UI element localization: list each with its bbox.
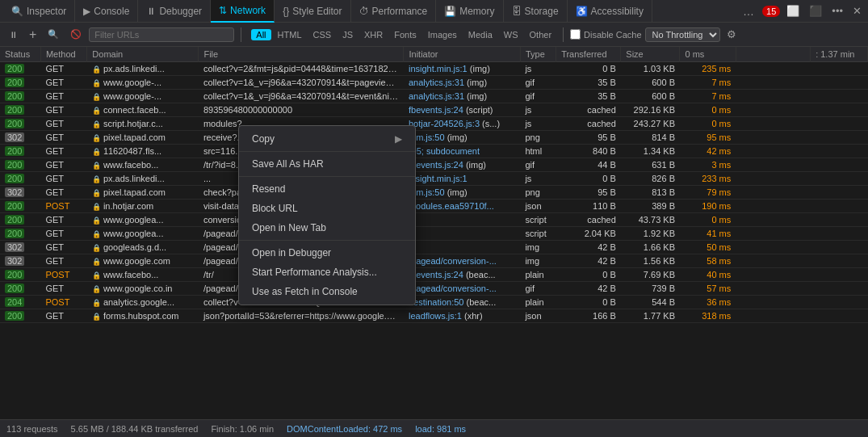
more-options-icon[interactable]: ••• — [828, 3, 846, 19]
tab-performance[interactable]: ⏱ Performance — [351, 0, 437, 23]
method-cell: GET — [40, 241, 86, 254]
type-images-button[interactable]: Images — [423, 29, 462, 40]
transferred-cell: 95 B — [556, 131, 621, 145]
domain-cell: 🔒 px.ads.linkedi... — [87, 62, 199, 76]
table-row[interactable]: 302 GET 🔒 pixel.tapad.com receive?... gt… — [0, 131, 868, 145]
filter-urls-input[interactable] — [89, 27, 234, 42]
ctx-item-label: Resend — [252, 183, 285, 195]
table-row[interactable]: 302 GET 🔒 www.google.com /pagead/1p-conv… — [0, 254, 868, 268]
type-css-button[interactable]: CSS — [308, 29, 337, 40]
type-xhr-button[interactable]: XHR — [359, 29, 388, 40]
table-row[interactable]: 200 GET 🔒 11620487.fls... src=116... (05… — [0, 145, 868, 158]
ctx-item-save-har[interactable]: Save All As HAR — [239, 154, 415, 174]
type-ws-button[interactable]: WS — [499, 29, 523, 40]
type-all-button[interactable]: All — [251, 29, 270, 40]
submenu-arrow-icon: ▶ — [395, 133, 402, 145]
network-table-wrapper[interactable]: Status Method Domain File Initiator Type… — [0, 47, 868, 400]
col-size[interactable]: Size — [621, 47, 680, 62]
error-badge: 15 — [762, 6, 780, 17]
search-button[interactable]: 🔍 — [44, 27, 63, 41]
time-cell: 235 ms — [680, 62, 736, 76]
ctx-item-block-url[interactable]: Block URL — [239, 199, 415, 218]
split-icon[interactable]: ⬛ — [806, 3, 825, 19]
end-cell — [811, 172, 868, 186]
initiator-cell: insight.min.js:1 — [404, 172, 520, 186]
table-row[interactable]: 200 GET 🔒 www.googlea... conversio... sc… — [0, 213, 868, 227]
tab-inspector[interactable]: 🔍 Inspector — [3, 0, 75, 23]
end-cell — [811, 158, 868, 172]
waterfall-cell — [736, 76, 810, 90]
tab-style-editor[interactable]: {} Style Editor — [275, 0, 350, 23]
table-row[interactable]: 302 GET 🔒 googleads.g.d... /pagead/viewt… — [0, 241, 868, 254]
disable-cache-label[interactable]: Disable Cache — [570, 29, 642, 40]
table-row[interactable]: 200 GET 🔒 www.google-... collect?v=1&_v=… — [0, 90, 868, 103]
initiator-cell: fbevents.js:24 (img) — [404, 158, 520, 172]
col-domain[interactable]: Domain — [87, 47, 199, 62]
throttle-select[interactable]: No Throttling GPRS Regular 2G Good 2G Re… — [645, 27, 720, 42]
responsive-icon[interactable]: ⬜ — [783, 3, 803, 19]
type-js-button[interactable]: JS — [338, 29, 358, 40]
table-row[interactable]: 200 POST 🔒 www.facebo... /tr/ fbevents.j… — [0, 268, 868, 282]
table-row[interactable]: 200 GET 🔒 connect.faceb... 8935964800000… — [0, 103, 868, 117]
col-status[interactable]: Status — [0, 47, 40, 62]
table-row[interactable]: 200 GET 🔒 px.ads.linkedi... collect?v=2&… — [0, 62, 868, 76]
clear-button[interactable]: + — [25, 27, 40, 43]
type-fonts-button[interactable]: Fonts — [389, 29, 421, 40]
time-cell: 3 ms — [680, 158, 736, 172]
block-url-button[interactable]: 🚫 — [66, 27, 86, 41]
ctx-item-open-debugger[interactable]: Open in Debugger — [239, 243, 415, 263]
table-row[interactable]: 200 GET 🔒 forms.hubspot.com json?portalI… — [0, 309, 868, 323]
table-row[interactable]: 200 GET 🔒 www.facebo... /tr/?id=8... fbe… — [0, 158, 868, 172]
ctx-item-open-new-tab[interactable]: Open in New Tab — [239, 218, 415, 237]
method-cell: GET — [40, 90, 86, 103]
disable-cache-checkbox[interactable] — [570, 29, 581, 40]
table-row[interactable]: 200 GET 🔒 www.google-... collect?v=1&_v=… — [0, 76, 868, 90]
table-row[interactable]: 200 POST 🔒 in.hotjar.com visit-data... m… — [0, 200, 868, 213]
table-row[interactable]: 204 POST 🔒 analytics.google... collect?v… — [0, 296, 868, 309]
type-media-button[interactable]: Media — [463, 29, 497, 40]
initiator-cell: modules.eaa59710f... — [404, 200, 520, 213]
table-row[interactable]: 200 GET 🔒 www.googlea... /pagead/convers… — [0, 227, 868, 241]
transferred-cell: 42 B — [556, 282, 621, 296]
table-row[interactable]: 302 GET 🔒 pixel.tapad.com check?pa... gt… — [0, 186, 868, 200]
close-icon[interactable]: ✕ — [849, 3, 865, 19]
col-initiator[interactable]: Initiator — [404, 47, 520, 62]
app-container: 🔍 Inspector ▶ Console ⏸ Debugger ⇅ Netwo… — [0, 0, 868, 400]
col-method[interactable]: Method — [40, 47, 86, 62]
pause-recording-button[interactable]: ⏸ — [5, 28, 22, 41]
gear-icon[interactable]: ⚙ — [727, 28, 736, 40]
type-html-button[interactable]: HTML — [273, 29, 307, 40]
tab-storage[interactable]: 🗄 Storage — [504, 0, 568, 23]
col-file[interactable]: File — [199, 47, 404, 62]
type-cell: js — [520, 103, 556, 117]
col-time-end: : 1.37 min — [811, 47, 868, 62]
table-row[interactable]: 200 GET 🔒 script.hotjar.c... modules?...… — [0, 117, 868, 131]
ctx-item-copy[interactable]: Copy▶ — [239, 129, 415, 149]
ctx-item-start-perf[interactable]: Start Performance Analysis... — [239, 263, 415, 282]
more-button[interactable]: … — [738, 5, 759, 18]
method-cell: GET — [40, 186, 86, 200]
col-type[interactable]: Type — [520, 47, 556, 62]
status-badge: 302 — [5, 187, 24, 197]
tab-memory[interactable]: 💾 Memory — [436, 0, 503, 23]
tab-console[interactable]: ▶ Console — [75, 0, 138, 23]
type-other-button[interactable]: Other — [525, 29, 557, 40]
accessibility-icon: ♿ — [576, 6, 588, 17]
tab-accessibility[interactable]: ♿ Accessibility — [568, 0, 652, 23]
ctx-item-use-fetch[interactable]: Use as Fetch in Console — [239, 282, 415, 301]
method-cell: POST — [40, 296, 86, 309]
tab-network[interactable]: ⇅ Network — [211, 0, 275, 23]
status-cell: 200 — [0, 268, 40, 282]
status-badge: 200 — [5, 146, 24, 156]
tab-accessibility-label: Accessibility — [591, 6, 644, 17]
ctx-item-resend[interactable]: Resend — [239, 179, 415, 199]
transferred-cell: 44 B — [556, 158, 621, 172]
tab-debugger[interactable]: ⏸ Debugger — [138, 0, 211, 23]
transferred-cell: 2.04 KB — [556, 227, 621, 241]
status-badge: 200 — [5, 229, 24, 238]
col-transferred[interactable]: Transferred — [556, 47, 621, 62]
table-row[interactable]: 200 GET 🔒 px.ads.linkedi... ... insight.… — [0, 172, 868, 186]
style-icon: {} — [283, 6, 289, 17]
size-cell: 1.92 KB — [621, 227, 680, 241]
table-row[interactable]: 200 GET 🔒 www.google.co.in /pagead/1p-co… — [0, 282, 868, 296]
